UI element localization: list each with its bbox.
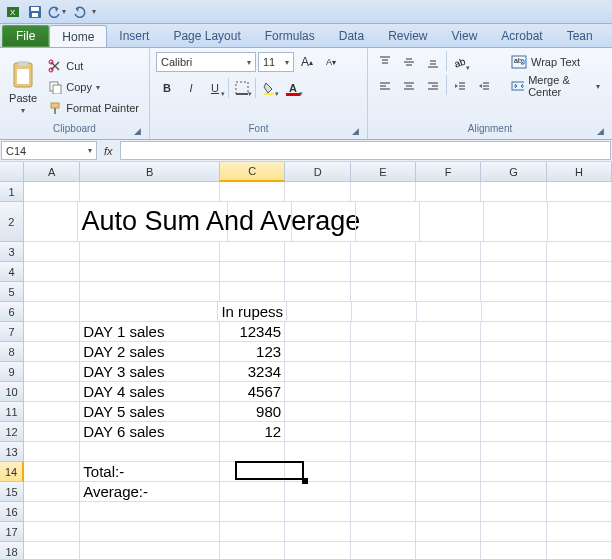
cell[interactable] [547, 342, 612, 362]
cell[interactable]: DAY 6 sales [80, 422, 220, 442]
cell[interactable] [484, 202, 548, 242]
decrease-font-button[interactable]: A▾ [320, 51, 342, 73]
row-header[interactable]: 8 [0, 342, 24, 362]
cell[interactable] [416, 462, 481, 482]
cell[interactable] [24, 182, 80, 202]
tab-formulas[interactable]: Formulas [253, 25, 327, 47]
cell[interactable] [285, 342, 350, 362]
fx-icon[interactable]: fx [104, 145, 113, 157]
row-header[interactable]: 7 [0, 322, 24, 342]
cell[interactable] [481, 282, 546, 302]
format-painter-button[interactable]: Format Painter [44, 98, 143, 118]
row-header[interactable]: 5 [0, 282, 24, 302]
cell[interactable] [481, 522, 546, 542]
cut-button[interactable]: Cut [44, 56, 143, 76]
row-header[interactable]: 14 [0, 462, 24, 482]
cell[interactable] [220, 482, 285, 502]
cell[interactable] [547, 422, 612, 442]
column-header[interactable]: H [547, 162, 612, 182]
tab-acrobat[interactable]: Acrobat [489, 25, 554, 47]
cell[interactable] [285, 182, 350, 202]
cell[interactable]: DAY 3 sales [80, 362, 220, 382]
cell[interactable] [481, 242, 546, 262]
cell[interactable] [351, 402, 416, 422]
align-right-button[interactable] [422, 75, 444, 97]
cell[interactable] [481, 362, 546, 382]
cell[interactable] [547, 322, 612, 342]
cell[interactable] [24, 302, 80, 322]
cell[interactable] [547, 462, 612, 482]
cell[interactable] [24, 522, 80, 542]
font-name-combo[interactable]: Calibri▾ [156, 52, 256, 72]
tab-team[interactable]: Tean [555, 25, 605, 47]
cell[interactable] [351, 482, 416, 502]
cell[interactable] [416, 362, 481, 382]
cell[interactable] [416, 342, 481, 362]
formula-bar[interactable] [120, 141, 611, 160]
cell[interactable] [220, 242, 285, 262]
cell[interactable]: Auto Sum And Average [78, 202, 228, 242]
row-header[interactable]: 11 [0, 402, 24, 422]
cell[interactable] [416, 242, 481, 262]
cell[interactable]: DAY 5 sales [80, 402, 220, 422]
cell[interactable] [24, 502, 80, 522]
tab-file[interactable]: File [2, 25, 49, 47]
cell[interactable] [416, 282, 481, 302]
cell[interactable] [481, 442, 546, 462]
row-header[interactable]: 12 [0, 422, 24, 442]
cell[interactable] [547, 542, 612, 559]
cell[interactable] [351, 282, 416, 302]
cell[interactable] [285, 402, 350, 422]
column-header[interactable]: A [24, 162, 80, 182]
cell[interactable] [220, 262, 285, 282]
cell[interactable] [547, 282, 612, 302]
cell[interactable] [24, 362, 80, 382]
row-header[interactable]: 1 [0, 182, 24, 202]
cell[interactable] [420, 202, 484, 242]
cell[interactable]: 3234 [220, 362, 285, 382]
cell[interactable] [80, 282, 220, 302]
cell[interactable]: 980 [220, 402, 285, 422]
cell[interactable] [416, 422, 481, 442]
cell[interactable] [285, 242, 350, 262]
cell[interactable] [481, 322, 546, 342]
redo-button[interactable] [70, 3, 88, 21]
cell[interactable]: Total:- [80, 462, 219, 482]
cell[interactable] [80, 262, 220, 282]
cell[interactable] [416, 262, 481, 282]
cell[interactable] [481, 422, 546, 442]
cell[interactable] [285, 382, 350, 402]
copy-button[interactable]: Copy▾ [44, 77, 143, 97]
cell[interactable] [285, 262, 350, 282]
decrease-indent-button[interactable] [449, 75, 471, 97]
column-header[interactable]: B [80, 162, 220, 182]
cell[interactable] [220, 182, 285, 202]
save-button[interactable] [26, 3, 44, 21]
cell[interactable] [24, 422, 80, 442]
cell[interactable] [24, 462, 80, 482]
cell[interactable] [416, 382, 481, 402]
cell[interactable] [24, 262, 80, 282]
cell[interactable] [80, 542, 220, 559]
undo-button[interactable]: ▾ [48, 3, 66, 21]
tab-insert[interactable]: Insert [107, 25, 161, 47]
cell[interactable] [416, 542, 481, 559]
cell[interactable] [220, 502, 285, 522]
cell[interactable] [351, 262, 416, 282]
cell[interactable]: 12 [220, 422, 285, 442]
cell[interactable] [481, 182, 546, 202]
paste-button[interactable]: Paste ▾ [6, 51, 40, 123]
cell[interactable] [292, 202, 356, 242]
cell[interactable] [547, 242, 612, 262]
cell[interactable] [285, 422, 350, 442]
row-header[interactable]: 10 [0, 382, 24, 402]
select-all-corner[interactable] [0, 162, 24, 182]
cell[interactable] [547, 442, 612, 462]
cell[interactable] [481, 262, 546, 282]
column-header[interactable]: D [285, 162, 350, 182]
cell[interactable] [285, 362, 350, 382]
cell[interactable]: DAY 4 sales [80, 382, 220, 402]
cell[interactable] [547, 402, 612, 422]
cell[interactable] [24, 342, 80, 362]
row-header[interactable]: 4 [0, 262, 24, 282]
